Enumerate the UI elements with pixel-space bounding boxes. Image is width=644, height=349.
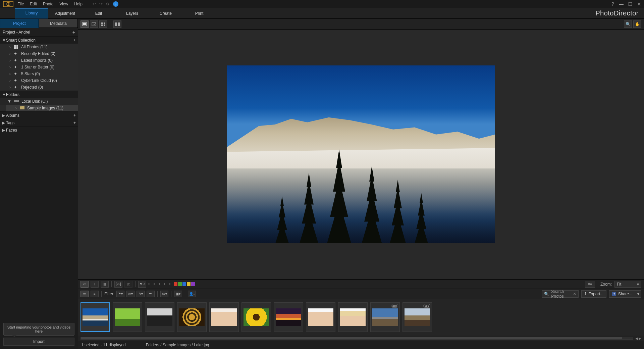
undo-icon[interactable]: ↶ [93, 2, 96, 6]
color-chip[interactable] [178, 282, 182, 286]
add-album-icon[interactable]: + [73, 113, 76, 118]
sparkle-icon: ✦ [14, 65, 18, 69]
folder-local-disk[interactable]: ▼Local Disk (C:) [0, 98, 78, 105]
thumbnail-woman-blonde[interactable] [338, 302, 368, 332]
help-icon[interactable]: ? [611, 1, 614, 7]
tab-edit[interactable]: Edit [82, 8, 115, 18]
filter-edit-icon[interactable]: ✎▾ [137, 291, 145, 297]
scroll-left-icon[interactable]: ◀ [635, 337, 638, 340]
smart-rejected[interactable]: ▷✦Rejected (0) [0, 84, 78, 91]
view-single-icon[interactable] [80, 20, 89, 28]
layout-split-icon[interactable]: ⫴ [91, 281, 99, 288]
thumbnail-image [372, 308, 398, 326]
section-label: Faces [6, 128, 17, 133]
filter-flag-icon[interactable]: ⚑▾ [116, 291, 124, 297]
section-folders[interactable]: ▼ Folders [0, 91, 78, 98]
thumb-size-list-icon[interactable]: ≡ [91, 291, 99, 297]
thumbnail-image [211, 308, 237, 326]
section-smart-collection[interactable]: ▼ Smart Collection + [0, 36, 78, 44]
view-grid-icon[interactable] [99, 20, 107, 28]
add-project-icon[interactable]: + [72, 30, 75, 35]
rating-stars[interactable]: • • • • • [148, 282, 172, 287]
notification-badge-icon[interactable]: ♪ [113, 1, 118, 7]
color-label-chips[interactable] [174, 282, 195, 286]
minimize-icon[interactable]: — [619, 1, 624, 7]
section-tags[interactable]: ▶ Tags + [0, 119, 78, 126]
view-side-icon[interactable] [90, 20, 98, 28]
thumbnail-pano-road[interactable]: 360 [370, 302, 400, 332]
main-area: 🔍 ✋ ▭ ⫴ ▦ [☺] [78, 19, 644, 349]
hand-tool-icon[interactable]: ✋ [633, 20, 641, 28]
smart-latest-imports[interactable]: ▷✦Latest Imports (0) [0, 57, 78, 64]
add-smart-collection-icon[interactable]: + [73, 38, 76, 43]
section-label: Smart Collection [6, 38, 36, 43]
thumb-size-small-icon[interactable]: ▪▪▪ [80, 291, 89, 297]
color-chip[interactable] [174, 282, 177, 286]
tab-library[interactable]: Library [15, 8, 48, 18]
layout-filmstrip-icon[interactable]: ▭ [80, 281, 89, 288]
thumbnail-meadow[interactable] [113, 302, 142, 332]
image-preview[interactable] [78, 30, 644, 279]
section-albums[interactable]: ▶ Albums + [0, 111, 78, 119]
menu-help[interactable]: Help [74, 2, 83, 6]
thumbnail-road-bw[interactable] [145, 302, 174, 332]
tab-layers[interactable]: Layers [115, 8, 149, 18]
thumbnail-sunset[interactable] [274, 302, 303, 332]
filter-label-icon[interactable]: ▭▾ [126, 291, 135, 297]
export-button[interactable]: ⤴Export... [581, 290, 606, 298]
sidebar-tab-metadata[interactable]: Metadata [39, 19, 78, 28]
color-chip[interactable] [187, 282, 191, 286]
smart-one-star[interactable]: ▷✦1 Star or Better (0) [0, 64, 78, 70]
project-name: Project - Andrei [3, 30, 30, 35]
scroll-right-icon[interactable]: ▶ [639, 337, 641, 340]
menu-file[interactable]: File [17, 2, 24, 6]
menu-photo[interactable]: Photo [43, 2, 53, 6]
zoom-tool-icon[interactable]: 🔍 [624, 20, 632, 28]
stack-icon[interactable]: ▣▾ [174, 291, 182, 297]
app-logo-icon [3, 1, 14, 7]
redo-icon[interactable]: ↷ [99, 2, 103, 6]
smart-cyberlink-cloud[interactable]: ▷✦CyberLink Cloud (0) [0, 77, 78, 84]
close-icon[interactable]: ✕ [637, 1, 641, 7]
smart-five-stars[interactable]: ▷✦5 Stars (0) [0, 70, 78, 77]
folder-sample-images[interactable]: ▷Sample Images (11) [6, 105, 78, 111]
add-person-icon[interactable]: 👤₊ [188, 291, 196, 297]
add-tag-icon[interactable]: + [73, 120, 76, 125]
layout-grid-icon[interactable]: ▦ [101, 281, 109, 288]
sort-button[interactable]: ≡▾ [585, 281, 595, 288]
thumbnail-spiral[interactable] [177, 302, 207, 332]
smart-recently-edited[interactable]: ▷✦Recently Edited (0) [0, 50, 78, 57]
smart-all-photos[interactable]: ▷All Photos (11) [0, 44, 78, 50]
thumbnail-woman-laugh[interactable] [306, 302, 335, 332]
tab-create[interactable]: Create [149, 8, 182, 18]
color-chip[interactable] [191, 282, 195, 286]
thumbnail-woman-smile[interactable] [209, 302, 239, 332]
thumbnail-sunflower[interactable] [241, 302, 271, 332]
chevron-right-icon: ▷ [9, 86, 11, 89]
view-compare-icon[interactable] [113, 20, 121, 28]
sidebar-tab-project[interactable]: Project [0, 19, 39, 28]
section-faces[interactable]: ▶ Faces [0, 126, 78, 134]
thumbnail-scrollbar[interactable] [80, 337, 633, 340]
status-bar: 1 selected - 11 displayed Folders / Samp… [78, 341, 644, 349]
restore-icon[interactable]: ❐ [628, 1, 633, 7]
share-button[interactable]: fShare... [609, 290, 635, 298]
flag-icon[interactable]: ⚑⚐ [138, 281, 146, 288]
search-input[interactable]: 🔍 Search Photos ✕ [542, 290, 579, 298]
gear-icon[interactable]: ⚙ [106, 2, 110, 6]
import-button[interactable]: Import [3, 338, 74, 346]
menu-view[interactable]: View [59, 2, 68, 6]
zoom-select[interactable]: Fit▾ [614, 281, 641, 288]
menu-edit[interactable]: Edit [30, 2, 37, 6]
tab-print[interactable]: Print [182, 8, 216, 18]
thumbnail-pano-mountain[interactable]: 360 [402, 302, 432, 332]
face-tag-icon[interactable]: [☺] [114, 281, 122, 288]
clear-search-icon[interactable]: ✕ [573, 292, 576, 296]
tab-adjustment[interactable]: Adjustment [48, 8, 82, 18]
sort-order-icon[interactable]: ↕≡▾ [160, 291, 168, 297]
filter-rating-icon[interactable]: ••• [147, 291, 155, 297]
share-dropdown-icon[interactable]: ▾ [635, 290, 641, 298]
thumbnail-lake[interactable] [80, 302, 110, 332]
color-chip[interactable] [182, 282, 186, 286]
crop-icon[interactable]: ◩ [124, 281, 132, 288]
